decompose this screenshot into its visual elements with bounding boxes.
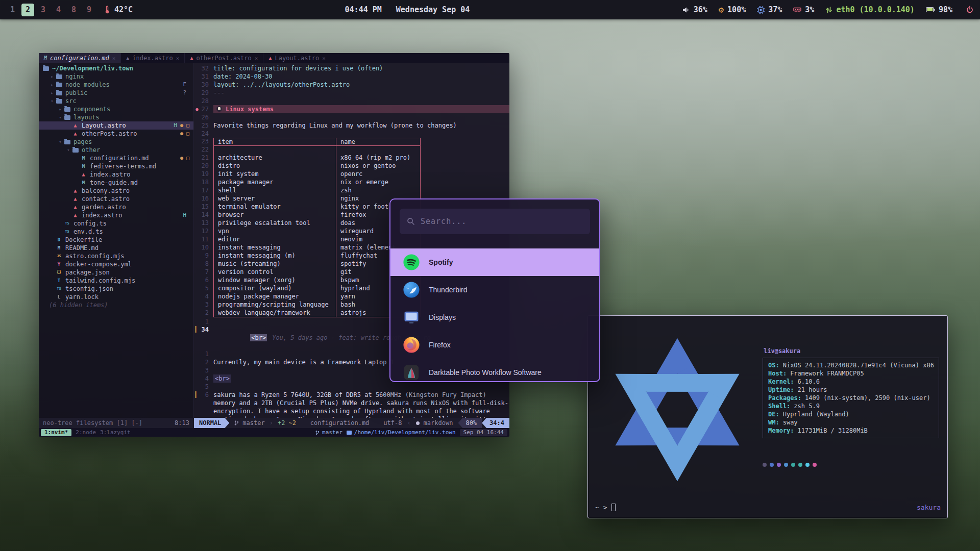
tree-item[interactable]: env.d.ts bbox=[39, 228, 193, 236]
line-text: date: 2024-08-30 bbox=[213, 72, 509, 81]
launcher-search[interactable] bbox=[400, 209, 590, 234]
table-row[interactable]: 18 package manager nix or emerge bbox=[194, 179, 509, 187]
palette-dot bbox=[763, 463, 767, 467]
search-input[interactable] bbox=[421, 217, 583, 226]
tree-item[interactable]: README.md bbox=[39, 244, 193, 252]
tree-item[interactable]: package.json bbox=[39, 268, 193, 277]
tab-close-icon[interactable]: × bbox=[112, 55, 116, 62]
tree-item[interactable]: ▸ public ? bbox=[39, 89, 193, 97]
tree-item[interactable]: config.ts bbox=[39, 219, 193, 228]
file-name: balcony.astro bbox=[82, 187, 130, 195]
mode-indicator: NORMAL bbox=[194, 418, 229, 428]
tree-item[interactable]: ▾ src bbox=[39, 97, 193, 105]
power-button[interactable] bbox=[966, 6, 974, 14]
launcher-item-thunderbird[interactable]: Thunderbird bbox=[390, 276, 599, 304]
tab-close-icon[interactable]: × bbox=[255, 55, 258, 62]
tree-item[interactable]: tone-guide.md bbox=[39, 179, 193, 187]
file-icon bbox=[71, 195, 79, 203]
fetch-info-line: Memory: 11731MiB / 31280MiB bbox=[768, 427, 934, 435]
table-row[interactable]: 20 distro nixos or gentoo bbox=[194, 162, 509, 170]
tree-item[interactable]: Dockerfile bbox=[39, 236, 193, 244]
line-number: 25 bbox=[200, 121, 213, 130]
tree-item[interactable]: fediverse-terms.md bbox=[39, 162, 193, 170]
tree-item[interactable]: index.astro bbox=[39, 170, 193, 179]
line-number: 1 bbox=[200, 350, 213, 358]
brightness-indicator[interactable]: ⚙ 100% bbox=[719, 5, 746, 14]
table-header-row: 23 item name bbox=[194, 138, 509, 146]
launcher-item-displays[interactable]: Displays bbox=[390, 304, 599, 331]
neotree-file-explorer: ~/Development/liv.town ▸ nginx ▸ bbox=[39, 63, 194, 418]
tmux-session[interactable]: 3:lazygit bbox=[100, 429, 131, 436]
shell-prompt[interactable]: ~ > bbox=[595, 504, 616, 511]
table-row[interactable]: 21 architecture x86_64 (rip m2 pro) bbox=[194, 154, 509, 162]
workspace-button[interactable]: 4 bbox=[52, 4, 65, 16]
table-header-name: name bbox=[336, 138, 421, 146]
terminal-cursor bbox=[611, 504, 616, 511]
editor-line[interactable]: 31 date: 2024-08-30 bbox=[194, 72, 509, 81]
git-status-marks: ● □ bbox=[180, 121, 189, 130]
filetype-icon bbox=[126, 56, 129, 61]
line-number: 2 bbox=[200, 358, 213, 366]
buffer-tab[interactable]: configuration.md × bbox=[39, 53, 121, 63]
table-cell-item: music (streaming) bbox=[213, 260, 336, 268]
tree-item[interactable]: ▸ nginx bbox=[39, 72, 193, 81]
editor-line[interactable]: 30 layout: ../../layouts/otherPost.astro bbox=[194, 81, 509, 89]
tree-item[interactable]: docker-compose.yml bbox=[39, 260, 193, 268]
tree-item[interactable]: yarn.lock bbox=[39, 293, 193, 301]
tree-item[interactable]: astro.config.mjs bbox=[39, 252, 193, 260]
launcher-item-firefox[interactable]: Firefox bbox=[390, 331, 599, 359]
tree-item[interactable]: ▾ pages bbox=[39, 138, 193, 146]
thunderbird-icon bbox=[403, 281, 420, 298]
workspace-button[interactable]: 9 bbox=[83, 4, 95, 16]
fetch-value: zsh 5.9 bbox=[794, 402, 820, 410]
tree-item[interactable]: Layout.astro H ● □ bbox=[39, 121, 193, 130]
line-number: 19 bbox=[200, 170, 213, 179]
tab-label: index.astro bbox=[132, 55, 173, 62]
tree-item[interactable]: ▾ layouts bbox=[39, 113, 193, 121]
tab-close-icon[interactable]: × bbox=[176, 55, 180, 62]
tree-item[interactable]: otherPost.astro ● □ bbox=[39, 130, 193, 138]
editor-line[interactable]: 32 title: configuration for devices i us… bbox=[194, 64, 509, 72]
tree-item[interactable]: tsconfig.json bbox=[39, 285, 193, 293]
tree-item[interactable]: configuration.md ● □ bbox=[39, 154, 193, 162]
volume-indicator[interactable]: 36% bbox=[682, 5, 707, 14]
file-icon bbox=[71, 122, 79, 129]
terminal-color-palette bbox=[763, 463, 817, 467]
tree-item[interactable]: tailwind.config.mjs bbox=[39, 277, 193, 285]
tmux-session[interactable]: 2:node bbox=[76, 429, 96, 436]
buffer-tab[interactable]: otherPost.astro × bbox=[185, 53, 263, 63]
workspace-button[interactable]: 1 bbox=[6, 4, 19, 16]
file-name: components bbox=[74, 105, 110, 113]
editor-line[interactable]: 26 bbox=[194, 113, 509, 121]
launcher-item-spotify[interactable]: Spotify bbox=[390, 248, 599, 276]
table-row[interactable]: 19 init system openrc bbox=[194, 170, 509, 179]
workspace-button[interactable]: 3 bbox=[37, 4, 50, 16]
fetch-info-line: Host: Framework FRANMDCP05 bbox=[768, 369, 934, 378]
buffer-tab[interactable]: index.astro × bbox=[121, 53, 185, 63]
line-number: 2 bbox=[200, 309, 213, 317]
file-icon bbox=[71, 146, 79, 154]
editor-line[interactable]: 24 bbox=[194, 130, 509, 138]
tree-item[interactable]: ▾ other bbox=[39, 146, 193, 154]
gutter-sign: ▎ bbox=[194, 325, 200, 350]
table-row[interactable]: 17 shell zsh bbox=[194, 187, 509, 195]
editor-line[interactable]: 25 Favorite things regarding Linux and m… bbox=[194, 121, 509, 130]
tree-item[interactable]: garden.astro bbox=[39, 203, 193, 211]
tree-item[interactable]: ▸ components bbox=[39, 105, 193, 113]
editor-line[interactable]: 5 bbox=[194, 383, 509, 391]
tree-root[interactable]: ~/Development/liv.town bbox=[39, 64, 193, 72]
editor-line[interactable]: ● 27 Linux systems bbox=[194, 105, 509, 113]
tree-item[interactable]: balcony.astro bbox=[39, 187, 193, 195]
launcher-item-darktable[interactable]: Darktable Photo Workflow Software bbox=[390, 359, 599, 382]
editor-line[interactable]: 28 bbox=[194, 97, 509, 105]
tree-item[interactable]: ▸ node_modules E bbox=[39, 81, 193, 89]
tree-item[interactable]: contact.astro bbox=[39, 195, 193, 203]
buffer-tab[interactable]: Layout.astro × bbox=[263, 53, 331, 63]
editor-line[interactable]: 29 --- bbox=[194, 89, 509, 97]
tmux-session-active[interactable]: 1:nvim* bbox=[41, 429, 71, 436]
tab-close-icon[interactable]: × bbox=[322, 55, 326, 62]
workspace-button[interactable]: 8 bbox=[67, 4, 80, 16]
tree-item[interactable]: index.astro H bbox=[39, 211, 193, 219]
editor-paragraph[interactable]: ▎ 6 sakura has a Ryzen 5 7640U, 32GB of … bbox=[194, 391, 509, 418]
workspace-button[interactable]: 2 bbox=[21, 4, 34, 16]
